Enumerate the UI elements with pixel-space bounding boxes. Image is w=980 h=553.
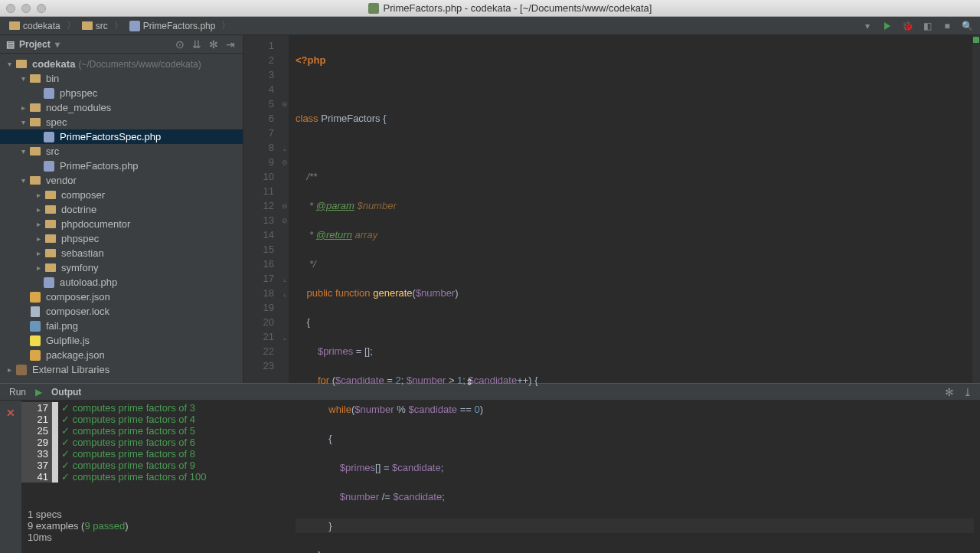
collapse-arrow-icon[interactable]: ▸: [34, 249, 43, 258]
line-number[interactable]: 1: [243, 38, 274, 53]
tree-file[interactable]: package.json: [0, 348, 243, 362]
tree-file[interactable]: composer.json: [0, 290, 243, 304]
breadcrumb-file[interactable]: PrimeFactors.php: [126, 19, 219, 33]
tree-external-libraries[interactable]: ▸External Libraries: [0, 362, 243, 377]
stop-button[interactable]: ■: [940, 19, 954, 33]
line-number[interactable]: 18: [243, 286, 274, 300]
line-number[interactable]: 17: [243, 271, 274, 286]
collapse-arrow-icon[interactable]: ▸: [34, 205, 43, 214]
run-config-dropdown[interactable]: ▾: [861, 19, 874, 33]
collapse-all-icon[interactable]: ⇊: [191, 38, 203, 51]
pass-check-icon: ✓: [61, 437, 70, 448]
close-window-button[interactable]: [6, 4, 15, 13]
tree-folder[interactable]: ▸phpdocumentor: [0, 217, 243, 231]
chevron-right-icon: 〉: [67, 19, 76, 32]
tree-folder[interactable]: ▸phpspec: [0, 231, 243, 246]
project-tool-window: ▤ Project ▾ ⊙ ⇊ ✻ ⇥ ▾ codekata(~/Documen…: [0, 35, 243, 383]
line-number[interactable]: 8: [243, 140, 274, 155]
expand-arrow-icon[interactable]: ▾: [5, 60, 14, 69]
line-number[interactable]: 2: [243, 53, 274, 67]
line-number[interactable]: 19: [243, 300, 274, 315]
settings-icon[interactable]: ✻: [207, 38, 220, 51]
tree-folder[interactable]: ▸symfony: [0, 260, 243, 275]
tree-folder[interactable]: ▸sebastian: [0, 246, 243, 260]
locate-icon[interactable]: ⊙: [174, 38, 186, 51]
editor-gutter[interactable]: 1 2 3 4 5 6 7 8 9 10 11 12 13 14 15 16 1…: [243, 35, 280, 383]
collapse-arrow-icon[interactable]: ▸: [18, 103, 28, 113]
collapse-arrow-icon[interactable]: ▸: [5, 365, 14, 375]
tree-file[interactable]: autoload.php: [0, 275, 243, 290]
run-button[interactable]: [880, 19, 894, 33]
line-number[interactable]: 13: [243, 213, 274, 227]
tree-folder-src[interactable]: ▾src: [0, 144, 243, 159]
app-icon: [368, 3, 379, 14]
line-number[interactable]: 5: [243, 97, 274, 111]
fold-end-icon[interactable]: ⌞: [280, 271, 289, 286]
fold-end-icon[interactable]: ⌞: [280, 329, 289, 344]
tree-file[interactable]: PrimeFactors.php: [0, 159, 243, 173]
expand-arrow-icon[interactable]: ▾: [18, 147, 28, 156]
debug-button[interactable]: 🐞: [900, 19, 914, 33]
minimize-window-button[interactable]: [21, 4, 31, 13]
code-editor[interactable]: 1 2 3 4 5 6 7 8 9 10 11 12 13 14 15 16 1…: [243, 35, 980, 383]
tree-label: doctrine: [61, 204, 96, 215]
fold-column[interactable]: ⊖ ⌞ ⊖ ⊖ ⊖ ⌞ ⌞ ⌞: [280, 35, 289, 383]
line-number[interactable]: 3: [243, 67, 274, 82]
tree-label: symfony: [61, 262, 98, 273]
tree-file[interactable]: phpspec: [0, 86, 243, 100]
tree-label: PrimeFactorsSpec.php: [60, 131, 161, 142]
tree-folder[interactable]: ▸doctrine: [0, 202, 243, 217]
fold-icon[interactable]: ⊖: [280, 155, 289, 169]
line-number[interactable]: 14: [243, 227, 274, 242]
tree-file-selected[interactable]: PrimeFactorsSpec.php: [0, 129, 243, 144]
dropdown-icon[interactable]: ▾: [55, 39, 60, 50]
expand-arrow-icon[interactable]: ▾: [18, 118, 28, 127]
tree-folder-spec[interactable]: ▾spec: [0, 115, 243, 129]
coverage-button[interactable]: ◧: [920, 19, 934, 33]
hide-icon[interactable]: ⇥: [224, 38, 237, 51]
breadcrumb-folder[interactable]: src: [79, 19, 111, 33]
zoom-window-button[interactable]: [37, 4, 46, 13]
error-stripe[interactable]: [972, 35, 980, 383]
search-everywhere-button[interactable]: 🔍: [960, 19, 974, 33]
fold-icon[interactable]: ⊖: [280, 97, 289, 111]
tree-folder-vendor[interactable]: ▾vendor: [0, 173, 243, 188]
line-number[interactable]: 22: [243, 344, 274, 358]
line-number[interactable]: 6: [243, 111, 274, 126]
run-tab[interactable]: Run: [6, 385, 29, 399]
tree-file[interactable]: fail.png: [0, 319, 243, 333]
line-number[interactable]: 9: [243, 155, 274, 169]
tree-root[interactable]: ▾ codekata(~/Documents/www/codekata): [0, 57, 243, 71]
collapse-arrow-icon[interactable]: ▸: [34, 234, 43, 244]
fold-end-icon[interactable]: ⌞: [280, 286, 289, 300]
breadcrumb-root[interactable]: codekata: [6, 19, 64, 33]
tree-folder[interactable]: ▸composer: [0, 188, 243, 202]
line-number[interactable]: 10: [243, 169, 274, 184]
expand-arrow-icon[interactable]: ▾: [18, 74, 28, 83]
close-icon[interactable]: ✕: [6, 407, 15, 419]
line-number[interactable]: 16: [243, 257, 274, 271]
expand-arrow-icon[interactable]: ▾: [18, 176, 28, 185]
project-tree[interactable]: ▾ codekata(~/Documents/www/codekata) ▾bi…: [0, 54, 243, 383]
editor-content[interactable]: <?php class PrimeFactors { /** * @param …: [289, 35, 980, 383]
fold-end-icon[interactable]: ⌞: [280, 140, 289, 155]
fold-icon[interactable]: ⊖: [280, 198, 289, 213]
php-file-icon: [44, 88, 54, 99]
tree-file[interactable]: composer.lock: [0, 304, 243, 319]
collapse-arrow-icon[interactable]: ▸: [34, 220, 43, 229]
fold-icon[interactable]: ⊖: [280, 213, 289, 227]
line-number[interactable]: 21: [243, 329, 274, 344]
line-number[interactable]: 4: [243, 82, 274, 97]
line-number[interactable]: 20: [243, 315, 274, 329]
collapse-arrow-icon[interactable]: ▸: [34, 191, 43, 200]
output-tab[interactable]: Output: [48, 385, 84, 399]
tree-file[interactable]: Gulpfile.js: [0, 333, 243, 348]
line-number[interactable]: 15: [243, 242, 274, 257]
collapse-arrow-icon[interactable]: ▸: [34, 263, 43, 273]
tree-folder-node-modules[interactable]: ▸node_modules: [0, 100, 243, 115]
line-number[interactable]: 11: [243, 184, 274, 198]
line-number[interactable]: 7: [243, 126, 274, 140]
tree-folder-bin[interactable]: ▾bin: [0, 71, 243, 86]
line-number[interactable]: 12: [243, 198, 274, 213]
line-number[interactable]: 23: [243, 358, 274, 373]
